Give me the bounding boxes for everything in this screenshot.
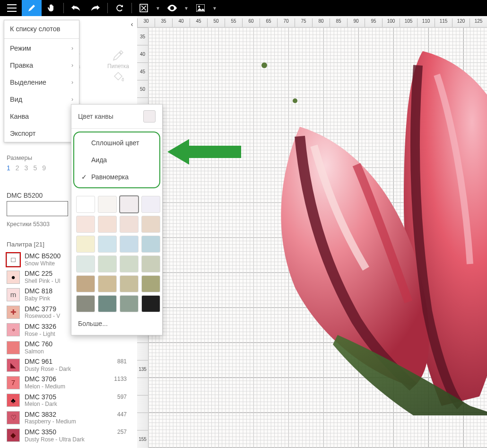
palette-row[interactable]: DMC 760Salmon [7,339,130,356]
palette-code: DMC 3705 [25,393,57,401]
fill-icon [113,71,124,83]
palette-row[interactable]: 7DMC 3706Melon - Medium1133 [7,374,130,391]
palette-color-name: Raspberry - Medium [25,418,76,425]
menu-item[interactable]: К списку слотов [4,20,79,37]
color-swatch[interactable] [98,275,117,292]
menu-item[interactable]: Канва› [4,108,79,125]
image-dropdown[interactable]: ▼ [210,0,219,16]
refresh-icon[interactable] [110,0,130,16]
stitch-count-value: 55303 [33,221,50,228]
palette-code: DMC 3779 [25,305,60,313]
hand-icon[interactable] [42,0,61,16]
menu-item[interactable]: Выделение› [4,74,79,91]
image-icon[interactable] [191,0,210,16]
ruler-h-tick: 90 [347,18,365,27]
palette-symbol: m [7,288,20,301]
ruler-h-tick: 30 [137,18,155,27]
annotation-arrow [165,137,241,167]
size-option[interactable]: 5 [33,164,37,172]
ruler-h-tick: 50 [207,18,225,27]
color-swatch[interactable] [98,196,117,213]
canvas-texture-option[interactable]: ✓Равномерка [74,168,159,185]
color-swatch[interactable] [120,255,139,272]
color-swatch[interactable] [76,216,95,233]
canvas-area[interactable] [148,27,487,448]
eye-icon[interactable] [162,0,182,16]
color-swatch[interactable] [120,295,139,312]
menu-item-label: Экспорт [10,130,35,137]
color-swatch[interactable] [76,275,95,292]
palette-row[interactable]: ◣DMC 961Dusty Rose - Dark881 [7,356,130,374]
crossbox-icon[interactable] [134,0,154,16]
palette-row[interactable]: ◆DMC 3350Dusty Rose - Ultra Dark257 [7,427,130,444]
palette-count: 597 [117,394,127,400]
menu-item[interactable]: Экспорт› [4,125,79,142]
color-swatch[interactable] [141,295,160,312]
ruler-h-tick: 100 [382,18,400,27]
ruler-v-tick: 45 [137,62,148,80]
size-option[interactable]: 2 [16,164,19,172]
palette-symbol: ◆ [7,429,20,442]
color-swatch[interactable] [120,196,139,213]
canvas-texture-option[interactable]: Аида [74,151,159,168]
eye-dropdown[interactable]: ▼ [182,0,191,16]
collapse-panel-icon[interactable]: ‹ [128,20,136,28]
ruler-h-tick: 120 [452,18,470,27]
ruler-v-tick: 50 [137,80,148,97]
ruler-h-tick: 95 [365,18,382,27]
more-colors-link[interactable]: Больше... [71,316,162,331]
color-swatch[interactable] [76,196,95,213]
canvas-texture-option[interactable]: Сплошной цвет [74,134,159,151]
crossbox-dropdown[interactable]: ▼ [154,0,162,16]
color-swatch[interactable] [76,236,95,253]
svg-point-3 [198,6,200,8]
size-option[interactable]: 1 [7,164,10,172]
color-swatch[interactable] [141,275,160,292]
current-color-chip[interactable] [7,201,68,216]
menu-item[interactable]: Режим› [4,40,79,57]
menu-icon[interactable] [2,0,22,16]
palette-row[interactable]: ♡DMC 3832Raspberry - Medium447 [7,409,130,427]
size-option[interactable]: 3 [25,164,28,172]
chevron-right-icon: › [71,79,73,86]
pencil-icon[interactable] [22,0,42,16]
palette-color-name: Snow White [25,260,61,267]
palette-symbol [7,341,20,354]
svg-point-5 [293,98,297,103]
color-swatch[interactable] [120,216,139,233]
color-swatch[interactable] [120,275,139,292]
color-swatch[interactable] [76,295,95,312]
palette-symbol: 7 [7,376,20,389]
option-label: Равномерка [91,173,129,181]
size-option[interactable]: 9 [42,164,46,172]
chevron-right-icon: › [71,45,73,52]
color-swatch[interactable] [98,216,117,233]
palette-color-name: Baby Pink [25,295,52,302]
ruler-v-tick [137,395,148,413]
canvas-color-label: Цвет канвы [78,113,113,120]
menu-item[interactable]: Вид› [4,91,79,108]
color-swatch[interactable] [98,236,117,253]
redo-icon[interactable] [86,0,105,16]
palette-row[interactable]: ♣DMC 3705Melon - Dark597 [7,392,130,409]
chevron-right-icon: › [71,62,73,69]
palette-symbol: ∘ [7,323,20,336]
color-swatch[interactable] [141,196,160,213]
palette-color-name: Dusty Rose - Ultra Dark [25,436,85,443]
ruler-h-tick: 80 [312,18,330,27]
menu-item[interactable]: Правка› [4,57,79,74]
canvas-color-preview[interactable] [143,110,156,123]
color-swatch[interactable] [98,255,117,272]
menu-item-label: Вид [10,96,22,103]
chevron-right-icon: › [71,96,73,103]
palette-code: DMC 3350 [25,428,85,436]
menu-item-label: Выделение [10,79,46,86]
color-swatch[interactable] [141,236,160,253]
undo-icon[interactable] [66,0,86,16]
color-swatch[interactable] [141,255,160,272]
color-swatch[interactable] [76,255,95,272]
color-swatch[interactable] [120,236,139,253]
palette-symbol: ♡ [7,411,20,424]
color-swatch[interactable] [98,295,117,312]
color-swatch[interactable] [141,216,160,233]
